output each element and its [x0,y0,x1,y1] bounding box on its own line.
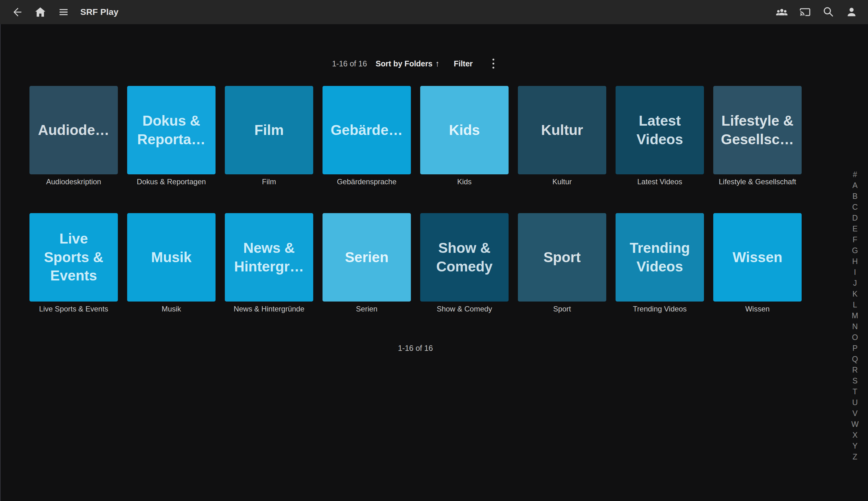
sort-button-label: Sort by Folders [376,59,432,68]
alpha-picker-F[interactable]: F [853,236,857,244]
search-button[interactable] [820,4,837,21]
home-icon [34,6,47,19]
folder-caption[interactable]: Live Sports & Events [30,304,118,313]
syncplay-button[interactable] [773,4,790,21]
folder-cell: Latest Videos Latest Videos [616,86,704,186]
folder-tile-label: Kids [444,121,486,140]
folder-tile-13[interactable]: Show & Comedy [420,213,509,301]
folder-caption[interactable]: Latest Videos [616,177,704,186]
alpha-picker-G[interactable]: G [852,247,858,254]
folder-caption[interactable]: Audiodeskription [30,177,118,186]
folder-tile-16[interactable]: Wissen [713,213,802,301]
folder-caption[interactable]: Lifestyle & Gesellschaft [713,177,802,186]
alpha-picker-T[interactable]: T [853,388,857,395]
folder-caption[interactable]: Wissen [713,304,802,313]
folder-tile-6[interactable]: Kultur [518,86,606,174]
folder-cell: Dokus & Reporta… Dokus & Reportagen [127,86,216,186]
more-options-button[interactable] [488,55,499,72]
folder-tile-12[interactable]: Serien [323,213,411,301]
top-bar-left-group: SRF Play [9,4,118,21]
alpha-picker-M[interactable]: M [852,312,858,320]
alphabet-picker: #ABCDEFGHIJKLMNOPQRSTUVWXYZ [849,171,860,461]
folder-tile-label: Kultur [535,121,589,140]
folder-tile-15[interactable]: Trending Videos [616,213,704,301]
folder-tile-label: Show & Comedy [420,239,509,276]
alpha-picker-S[interactable]: S [853,377,858,385]
folder-caption[interactable]: Show & Comedy [420,304,509,313]
folder-caption[interactable]: Trending Videos [616,304,704,313]
folder-cell: Gebärde… Gebärdensprache [323,86,411,186]
alpha-picker-N[interactable]: N [852,323,858,330]
alpha-picker-R[interactable]: R [852,366,858,374]
alpha-picker-E[interactable]: E [853,225,858,233]
folder-tile-11[interactable]: News & Hintergr… [225,213,313,301]
folder-caption[interactable]: Serien [323,304,411,313]
alpha-picker-Y[interactable]: Y [853,442,858,450]
folder-tile-9[interactable]: Live Sports & Events [30,213,118,301]
alpha-picker-A[interactable]: A [853,181,858,189]
folder-tile-2[interactable]: Dokus & Reporta… [127,86,216,174]
alpha-picker-D[interactable]: D [852,214,858,222]
folder-caption[interactable]: News & Hintergründe [225,304,313,313]
folder-cell: Wissen Wissen [713,213,802,313]
alpha-picker-P[interactable]: P [853,344,858,352]
alpha-picker-Q[interactable]: Q [852,355,858,363]
top-app-bar: SRF Play [0,0,868,24]
alpha-picker-W[interactable]: W [851,420,859,428]
folder-tile-label: Musik [145,248,197,267]
folder-tile-label: Serien [339,248,394,267]
folder-cell: Lifestyle & Gesellsc… Lifestyle & Gesell… [713,86,802,186]
folder-caption[interactable]: Sport [518,304,606,313]
folder-tile-label: Audiode… [33,121,115,140]
folder-tile-7[interactable]: Latest Videos [616,86,704,174]
folder-tile-label: Sport [538,248,586,267]
folder-tile-5[interactable]: Kids [420,86,509,174]
folder-caption[interactable]: Film [225,177,313,186]
alpha-picker-J[interactable]: J [853,279,857,287]
folder-tile-1[interactable]: Audiode… [30,86,118,174]
menu-icon [57,6,70,18]
sort-button[interactable]: Sort by Folders ↑ [376,59,440,68]
folder-cell: Musik Musik [127,213,216,313]
footer-result-count: 1-16 of 16 [0,344,831,353]
alpha-picker-Z[interactable]: Z [853,453,857,461]
menu-button[interactable] [55,4,72,21]
alpha-picker-K[interactable]: K [853,290,858,298]
folder-cell: Trending Videos Trending Videos [616,213,704,313]
folder-tile-label: Gebärde… [325,121,409,140]
alpha-picker-X[interactable]: X [853,431,858,439]
folder-tile-14[interactable]: Sport [518,213,606,301]
alpha-picker-hash[interactable]: # [853,171,857,178]
alpha-picker-C[interactable]: C [852,203,858,211]
alpha-picker-B[interactable]: B [853,192,858,200]
cast-button[interactable] [797,4,813,21]
folder-grid: Audiode… Audiodeskription Dokus & Report… [30,86,802,313]
alpha-picker-V[interactable]: V [853,409,858,417]
top-bar-right-group [767,4,860,21]
folder-cell: Kids Kids [420,86,509,186]
back-arrow-icon [11,6,23,18]
alpha-picker-I[interactable]: I [854,268,856,276]
kebab-menu-icon [492,58,494,61]
sort-ascending-arrow-icon: ↑ [435,59,440,68]
folder-tile-3[interactable]: Film [225,86,313,174]
folder-tile-4[interactable]: Gebärde… [323,86,411,174]
folder-tile-label: Lifestyle & Gesellsc… [713,112,802,149]
alpha-picker-L[interactable]: L [853,301,857,309]
folder-tile-10[interactable]: Musik [127,213,216,301]
folder-caption[interactable]: Kids [420,177,509,186]
home-button[interactable] [32,4,49,21]
alpha-picker-O[interactable]: O [852,333,858,341]
alpha-picker-U[interactable]: U [852,398,858,406]
back-button[interactable] [9,4,25,21]
folder-caption[interactable]: Musik [127,304,216,313]
alpha-picker-H[interactable]: H [852,257,858,265]
user-button[interactable] [843,4,860,21]
folder-tile-8[interactable]: Lifestyle & Gesellsc… [713,86,802,174]
folder-caption[interactable]: Dokus & Reportagen [127,177,216,186]
folder-caption[interactable]: Gebärdensprache [323,177,411,186]
folder-caption[interactable]: Kultur [518,177,606,186]
result-count: 1-16 of 16 [332,59,367,68]
filter-button[interactable]: Filter [454,59,473,68]
folder-tile-label: Wissen [727,248,788,267]
